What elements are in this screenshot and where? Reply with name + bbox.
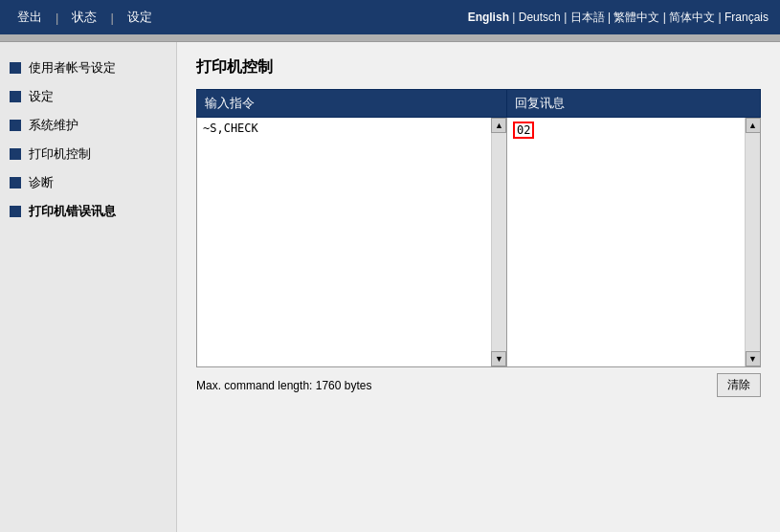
nav-sep-1: | <box>56 11 58 25</box>
bullet-icon <box>10 177 21 188</box>
lang-english[interactable]: English <box>468 11 509 24</box>
reply-scroll-down-arrow[interactable]: ▼ <box>746 351 761 366</box>
max-length-text: Max. command length: 1760 bytes <box>196 379 371 392</box>
sidebar-item-printer-errors[interactable]: 打印机错误讯息 <box>0 197 176 226</box>
nav-left: 登出 | 状态 | 设定 <box>11 9 158 26</box>
reply-value: 02 <box>513 122 534 139</box>
scroll-down-arrow[interactable]: ▼ <box>491 351 506 366</box>
page-title: 打印机控制 <box>196 57 761 78</box>
input-scrollbar[interactable]: ▲ ▼ <box>491 118 506 366</box>
main-layout: 使用者帐号设定 设定 系统维护 打印机控制 诊断 打印机错误讯息 打印机控制 <box>0 42 780 532</box>
sidebar: 使用者帐号设定 设定 系统维护 打印机控制 诊断 打印机错误讯息 <box>0 42 177 532</box>
bullet-icon <box>10 62 21 74</box>
input-cell: ▲ ▼ <box>197 118 507 367</box>
sidebar-label-settings: 设定 <box>29 88 54 105</box>
status-link[interactable]: 状态 <box>66 9 102 26</box>
clear-button[interactable]: 清除 <box>717 373 761 397</box>
sidebar-label-printer-control: 打印机控制 <box>29 145 91 163</box>
sidebar-label-printer-errors: 打印机错误讯息 <box>29 203 116 220</box>
input-textarea[interactable] <box>197 118 491 366</box>
separator-bar <box>0 34 780 42</box>
lang-trad-chinese[interactable]: 繁體中文 <box>613 11 659 24</box>
content-area: 打印机控制 输入指令 回复讯息 ▲ ▼ <box>177 42 780 532</box>
bullet-icon <box>10 148 21 160</box>
lang-french[interactable]: Français <box>724 11 769 24</box>
sidebar-item-system-maintenance[interactable]: 系统维护 <box>0 111 176 140</box>
reply-area-wrapper: 02 ▲ ▼ <box>507 118 760 366</box>
sidebar-label-system-maintenance: 系统维护 <box>29 117 78 134</box>
sidebar-item-printer-control[interactable]: 打印机控制 <box>0 140 176 168</box>
lang-simp-chinese[interactable]: 简体中文 <box>669 11 715 24</box>
sidebar-item-diagnostics[interactable]: 诊断 <box>0 168 176 197</box>
input-area-wrapper: ▲ ▼ <box>197 118 506 366</box>
footer-row: Max. command length: 1760 bytes 清除 <box>196 373 761 397</box>
reply-cell: 02 ▲ ▼ <box>506 118 760 367</box>
header-bar: 登出 | 状态 | 设定 English | Deutsch | 日本語 | 繁… <box>0 0 780 34</box>
command-table: 输入指令 回复讯息 ▲ ▼ <box>196 89 761 367</box>
scroll-up-arrow[interactable]: ▲ <box>491 118 506 133</box>
settings-link[interactable]: 设定 <box>122 9 158 26</box>
bullet-icon <box>10 206 21 217</box>
lang-deutsch[interactable]: Deutsch <box>519 11 561 24</box>
sidebar-item-user-account[interactable]: 使用者帐号设定 <box>0 54 176 82</box>
reply-scrollbar[interactable]: ▲ ▼ <box>745 118 760 366</box>
sidebar-label-user-account: 使用者帐号设定 <box>29 59 116 77</box>
reply-content: 02 <box>507 118 745 366</box>
language-bar: English | Deutsch | 日本語 | 繁體中文 | 简体中文 | … <box>468 10 769 26</box>
nav-sep-2: | <box>110 11 113 25</box>
logout-link[interactable]: 登出 <box>11 9 48 26</box>
sidebar-label-diagnostics: 诊断 <box>29 174 54 191</box>
reply-scroll-up-arrow[interactable]: ▲ <box>746 118 761 133</box>
sidebar-item-settings[interactable]: 设定 <box>0 82 176 111</box>
reply-column-header: 回复讯息 <box>506 90 760 118</box>
lang-japanese[interactable]: 日本語 <box>570 11 605 24</box>
bullet-icon <box>10 120 21 131</box>
input-column-header: 输入指令 <box>197 90 507 118</box>
bullet-icon <box>10 91 21 102</box>
